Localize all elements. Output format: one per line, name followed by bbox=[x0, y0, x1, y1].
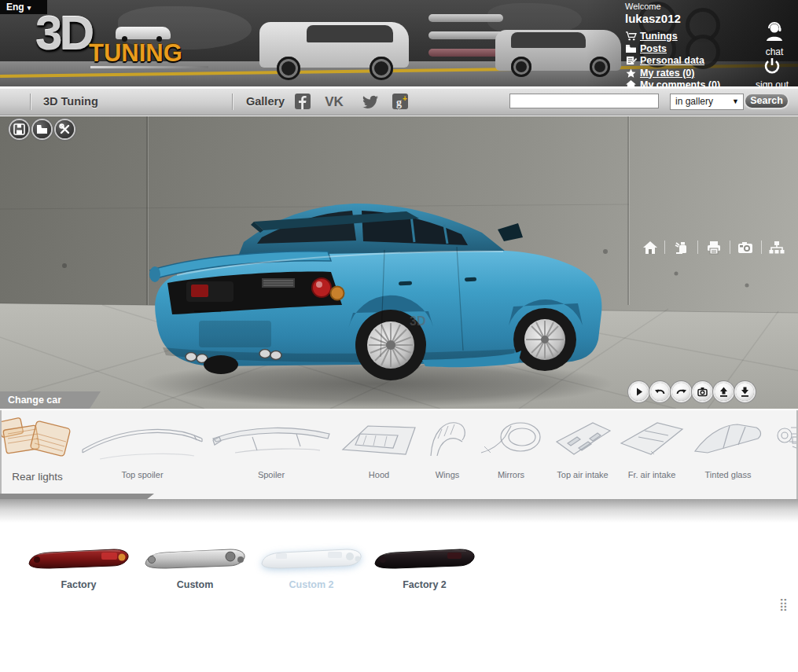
vk-icon[interactable]: VK bbox=[324, 94, 344, 115]
toolbar-divider bbox=[664, 241, 665, 254]
download-icon bbox=[738, 385, 752, 398]
search-scope-dropdown[interactable]: in gallery ▼ bbox=[670, 94, 744, 110]
menu-link[interactable]: My comments (0) bbox=[640, 79, 720, 86]
rear-wheel bbox=[348, 296, 433, 380]
option-custom[interactable]: Custom bbox=[140, 545, 250, 590]
star-icon bbox=[625, 68, 637, 78]
menu-item-my-comments[interactable]: My comments (0) bbox=[625, 79, 720, 86]
option-custom-2[interactable]: Custom 2 bbox=[256, 545, 366, 590]
paint-sprayer-icon bbox=[673, 239, 690, 256]
facebook-icon[interactable] bbox=[292, 92, 313, 112]
toolbar-divider bbox=[697, 241, 698, 254]
option-factory[interactable]: Factory bbox=[24, 545, 134, 590]
carousel-item-label: Top air intake bbox=[550, 470, 615, 479]
wheel bbox=[277, 57, 300, 80]
carousel-item-top-spoiler[interactable]: Top spoiler bbox=[76, 415, 208, 487]
upload-icon bbox=[717, 385, 730, 398]
menu-link[interactable]: Posts bbox=[640, 43, 667, 54]
change-car-button[interactable]: Change car bbox=[0, 391, 101, 409]
tools-button[interactable] bbox=[56, 120, 74, 138]
screenshot-button[interactable] bbox=[737, 239, 754, 256]
upload-button[interactable] bbox=[715, 383, 733, 401]
carousel-item-label: Rear lights bbox=[0, 471, 83, 483]
car-viewer[interactable]: 3D bbox=[0, 116, 798, 409]
chat-button[interactable]: chat bbox=[755, 22, 794, 57]
document-icon bbox=[625, 56, 637, 65]
wheel bbox=[511, 57, 531, 77]
camera-icon bbox=[737, 239, 754, 256]
carousel-item-spoiler[interactable]: Spoiler bbox=[208, 415, 334, 487]
partial-part-sketch bbox=[774, 415, 798, 470]
top-spoiler-sketch bbox=[76, 415, 208, 470]
nav-item-3d-tuning[interactable]: 3D Tuning bbox=[43, 89, 98, 115]
header-banner: Eng▾ 3D TUNING Welcome lukasz012 Tunings bbox=[0, 0, 798, 86]
redo-button[interactable] bbox=[672, 383, 690, 401]
dropdown-caret-icon: ▼ bbox=[732, 94, 739, 109]
nav-divider bbox=[30, 94, 31, 110]
nav-item-gallery[interactable]: Gallery bbox=[246, 89, 285, 115]
carousel-item-tinted-glass[interactable]: Tinted glass bbox=[689, 415, 767, 487]
user-block: Welcome lukasz012 Tunings Posts Personal… bbox=[625, 2, 720, 86]
carousel-item-fr-air-intake[interactable]: Fr. air intake bbox=[616, 415, 687, 487]
carousel-item-label: Spoiler bbox=[208, 470, 334, 479]
menu-item-posts[interactable]: Posts bbox=[625, 43, 720, 54]
car-model[interactable]: 3D bbox=[145, 193, 617, 386]
undo-button[interactable] bbox=[651, 383, 669, 401]
rear-light-thumb-factory bbox=[26, 545, 132, 573]
parts-carousel[interactable]: Rear lights Top spoiler bbox=[0, 410, 798, 499]
photo-button[interactable] bbox=[693, 383, 712, 401]
carousel-item-mirrors[interactable]: Mirrors bbox=[473, 415, 549, 487]
resize-grip-icon[interactable]: ⣿ bbox=[779, 597, 786, 611]
comment-icon bbox=[625, 80, 637, 86]
carousel-item-wings[interactable]: Wings bbox=[425, 415, 470, 487]
carousel-item-label: Tinted glass bbox=[689, 470, 767, 479]
carousel-item-top-air-intake[interactable]: Top air intake bbox=[550, 415, 615, 487]
carousel-item-hood[interactable]: Hood bbox=[335, 415, 423, 487]
search-button[interactable]: Search bbox=[744, 93, 789, 109]
paint-button[interactable] bbox=[673, 239, 690, 256]
download-button[interactable] bbox=[736, 383, 754, 401]
search-input[interactable] bbox=[509, 94, 659, 108]
print-button[interactable] bbox=[705, 239, 723, 256]
chat-icon bbox=[763, 22, 786, 42]
carousel-item-rear-lights[interactable]: Rear lights bbox=[0, 415, 83, 487]
rear-light-thumb-custom-2 bbox=[259, 545, 365, 573]
wings-sketch bbox=[425, 415, 470, 470]
save-button[interactable] bbox=[10, 120, 28, 138]
twitter-icon[interactable] bbox=[360, 92, 381, 112]
site-logo[interactable]: 3D TUNING bbox=[35, 9, 216, 82]
sitemap-icon bbox=[768, 239, 785, 256]
car-mirror bbox=[498, 223, 523, 241]
carousel-item-label: Mirrors bbox=[473, 470, 549, 479]
3dtuning-app: Eng▾ 3D TUNING Welcome lukasz012 Tunings bbox=[0, 0, 798, 672]
menu-item-personal-data[interactable]: Personal data bbox=[625, 55, 720, 66]
carousel-item-partial[interactable] bbox=[774, 415, 798, 487]
play-button[interactable] bbox=[630, 383, 648, 401]
menu-link[interactable]: Personal data bbox=[640, 55, 704, 66]
rear-light-thumb-factory-2 bbox=[372, 545, 478, 573]
bodykit-shelf bbox=[428, 31, 503, 39]
sign-out-label: sign out bbox=[748, 79, 796, 86]
menu-link[interactable]: My rates (0) bbox=[640, 68, 694, 79]
username: lukasz012 bbox=[625, 12, 720, 25]
save-icon bbox=[13, 123, 26, 136]
nav-divider bbox=[232, 94, 233, 110]
mirrors-sketch bbox=[473, 415, 549, 470]
car-watermark: 3D bbox=[410, 314, 425, 328]
language-label: Eng bbox=[6, 2, 24, 13]
googleplus-icon[interactable]: g+ bbox=[392, 92, 412, 112]
sitemap-button[interactable] bbox=[768, 239, 785, 256]
carousel-item-label: Fr. air intake bbox=[616, 470, 687, 479]
carousel-fade bbox=[0, 499, 798, 523]
svg-text:g: g bbox=[396, 97, 402, 108]
rear-lights-sketch bbox=[0, 415, 77, 465]
sign-out-button[interactable]: sign out bbox=[748, 57, 796, 86]
option-factory-2[interactable]: Factory 2 bbox=[370, 545, 480, 590]
menu-link[interactable]: Tunings bbox=[640, 31, 678, 42]
menu-item-my-rates[interactable]: My rates (0) bbox=[625, 68, 720, 79]
dropdown-value: in gallery bbox=[675, 96, 713, 107]
home-button[interactable] bbox=[642, 239, 659, 256]
chevron-down-icon: ▾ bbox=[28, 4, 31, 12]
open-button[interactable] bbox=[33, 120, 51, 138]
menu-item-tunings[interactable]: Tunings bbox=[625, 31, 720, 42]
